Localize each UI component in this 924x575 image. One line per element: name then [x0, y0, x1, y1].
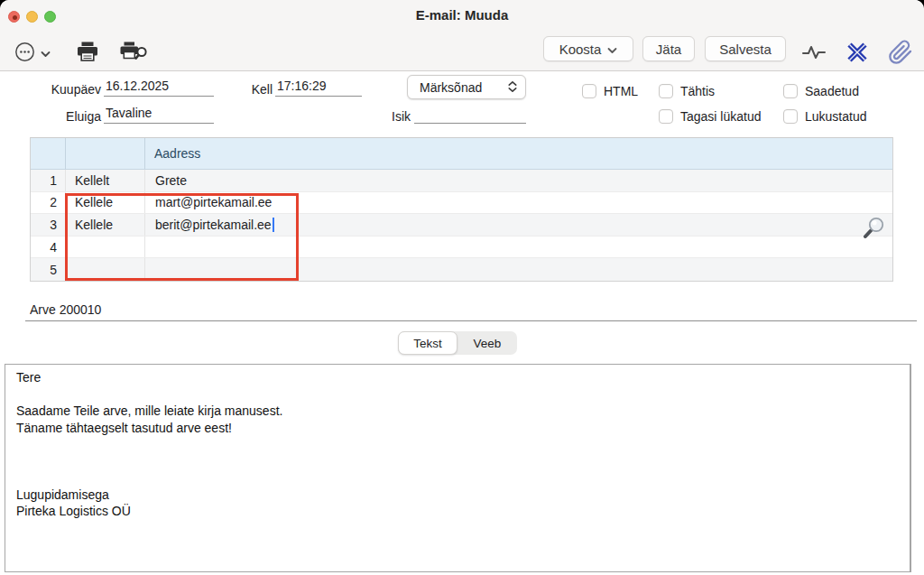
table-row-3[interactable]: 3 Kellele berit@pirtekamail.ee: [31, 214, 892, 236]
salvesta-button-label: Salvesta: [719, 42, 772, 57]
attachments-button[interactable]: [888, 40, 913, 68]
lukustatud-checkbox-group: Lukustatud: [783, 108, 867, 125]
tahtis-checkbox-label: Tähtis: [680, 84, 715, 98]
circled-ellipsis-icon: [14, 42, 35, 65]
eluiga-label: Eluiga: [34, 108, 101, 125]
salvesta-button[interactable]: Salvesta: [705, 36, 786, 61]
recipient-type-cell[interactable]: [66, 258, 145, 281]
html-checkbox-label: HTML: [604, 84, 638, 98]
isik-field[interactable]: [414, 105, 526, 124]
lukustatud-checkbox[interactable]: [783, 109, 798, 124]
email-edit-window: E-mail: Muuda Koosta: [0, 0, 924, 575]
jata-button-label: Jäta: [656, 42, 681, 57]
row-number: 2: [31, 192, 66, 214]
marksonad-popup[interactable]: Märksõnad: [407, 75, 526, 99]
print-button[interactable]: [76, 41, 99, 66]
tagasi-lukatud-checkbox[interactable]: [659, 109, 673, 124]
recipient-type-cell[interactable]: Kellelt: [66, 170, 145, 191]
kuupaev-field[interactable]: [104, 78, 214, 97]
kell-label: Kell: [233, 81, 273, 97]
zigzag-pulse-icon: [801, 43, 827, 64]
table-row-1[interactable]: 1 Kellelt Grete: [31, 170, 892, 192]
chevron-down-icon: [607, 42, 617, 57]
eluiga-field[interactable]: [104, 105, 214, 124]
type-column-header[interactable]: [66, 138, 145, 169]
blue-x-icon: [846, 42, 868, 65]
chevron-down-icon: [41, 47, 51, 60]
saadetud-checkbox[interactable]: [783, 84, 798, 98]
kuupaev-label: Kuupäev: [34, 81, 101, 97]
print-preview-button[interactable]: [119, 41, 148, 67]
window-chrome: E-mail: Muuda Koosta: [0, 0, 924, 71]
more-options-button[interactable]: [14, 42, 51, 65]
koosta-button-label: Koosta: [559, 42, 602, 57]
recipients-table: Aadress 1 Kellelt Grete 2 Kellele mart@p…: [30, 137, 893, 282]
koosta-button[interactable]: Koosta: [543, 36, 633, 61]
row-number: 3: [31, 214, 66, 236]
row-number-column-header[interactable]: [31, 138, 66, 169]
message-body-textarea[interactable]: Tere Saadame Teile arve, mille leiate ki…: [5, 364, 911, 572]
link-manager-button[interactable]: [846, 42, 868, 65]
printer-icon: [76, 41, 99, 66]
tagasi-lukatud-checkbox-label: Tagasi lükatud: [680, 109, 762, 124]
html-checkbox[interactable]: [582, 84, 596, 98]
magnifying-glass-icon: [861, 230, 886, 244]
paperclip-icon: [888, 40, 913, 68]
paste-special-button[interactable]: [861, 216, 886, 244]
table-row-5[interactable]: 5: [31, 258, 892, 281]
recipient-address-cell[interactable]: berit@pirtekamail.ee: [145, 214, 892, 236]
activity-button[interactable]: [801, 43, 827, 64]
text-cursor: [273, 218, 274, 232]
tahtis-checkbox[interactable]: [659, 84, 673, 98]
row-number: 4: [31, 236, 66, 258]
kell-field[interactable]: [275, 78, 362, 97]
subject-field[interactable]: [25, 301, 917, 321]
recipient-type-cell[interactable]: [66, 236, 145, 258]
recipient-address-cell[interactable]: mart@pirtekamail.ee: [145, 192, 892, 214]
tahtis-checkbox-group: Tähtis: [659, 83, 715, 99]
printer-magnifier-icon: [119, 41, 148, 67]
lukustatud-checkbox-label: Lukustatud: [805, 109, 867, 124]
chevron-up-down-icon: [508, 80, 517, 95]
recipient-address-cell[interactable]: Grete: [145, 170, 892, 191]
html-checkbox-group: HTML: [582, 83, 638, 99]
window-title: E-mail: Muuda: [0, 7, 924, 23]
aadress-column-header[interactable]: Aadress: [145, 138, 892, 169]
isik-label: Isik: [379, 108, 411, 125]
saadetud-checkbox-group: Saadetud: [783, 83, 859, 99]
tagasi-lukatud-checkbox-group: Tagasi lükatud: [659, 108, 762, 125]
row-number: 5: [31, 258, 66, 281]
view-switcher: Tekst Veeb: [398, 331, 517, 355]
tab-veeb[interactable]: Veeb: [457, 331, 517, 355]
jata-button[interactable]: Jäta: [642, 36, 695, 61]
tab-tekst[interactable]: Tekst: [398, 331, 457, 355]
recipient-type-cell[interactable]: Kellele: [66, 192, 145, 214]
recipient-address-text: berit@pirtekamail.ee: [155, 218, 272, 232]
saadetud-checkbox-label: Saadetud: [805, 84, 859, 98]
table-row-2[interactable]: 2 Kellele mart@pirtekamail.ee: [31, 192, 892, 215]
table-row-4[interactable]: 4: [31, 236, 892, 259]
recipient-type-cell[interactable]: Kellele: [66, 214, 145, 236]
recipients-table-header: Aadress: [31, 138, 892, 170]
row-number: 1: [31, 170, 66, 191]
recipient-address-cell[interactable]: [145, 236, 892, 258]
recipient-address-cell[interactable]: [145, 258, 892, 281]
marksonad-popup-label: Märksõnad: [420, 80, 482, 95]
